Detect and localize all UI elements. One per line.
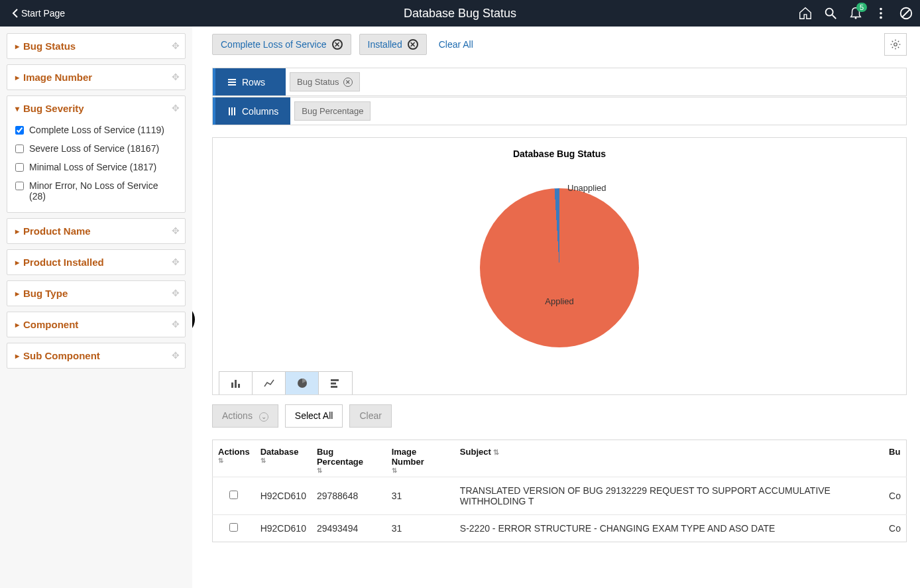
- cell-bug_percentage: 29788648: [312, 477, 386, 514]
- svg-rect-19: [238, 384, 240, 388]
- column-header[interactable]: Subject ⇅: [455, 440, 884, 477]
- facet-header[interactable]: ▸Product Installed: [15, 257, 177, 268]
- pivot-rows: Rows Bug Status ✕: [212, 68, 907, 96]
- cell-database: H92CD610: [255, 514, 312, 542]
- clear-button[interactable]: Clear: [349, 404, 391, 428]
- column-header[interactable]: Actions⇅: [213, 440, 255, 477]
- svg-line-7: [903, 10, 910, 17]
- facet-header[interactable]: ▸Image Number: [15, 72, 177, 83]
- filter-chip-row: Complete Loss of Service✕Installed✕ Clea…: [212, 33, 907, 56]
- facet-sub-component: ▸Sub Component✥: [7, 343, 186, 369]
- facet-checkbox[interactable]: [15, 145, 24, 153]
- chart-type-pie[interactable]: [286, 372, 319, 394]
- overflow-menu-icon[interactable]: [874, 6, 888, 21]
- facet-header[interactable]: ▸Component: [15, 319, 177, 330]
- row-checkbox[interactable]: [229, 523, 238, 532]
- cell-image_number: 31: [386, 514, 455, 542]
- facet-checkbox[interactable]: [15, 163, 24, 172]
- column-header[interactable]: Bug Percentage⇅: [312, 440, 386, 477]
- svg-point-5: [880, 17, 882, 19]
- svg-point-2: [855, 17, 857, 19]
- chart-type-hbar[interactable]: [319, 372, 352, 394]
- caret-right-icon: ▸: [15, 258, 19, 267]
- settings-button[interactable]: [884, 33, 907, 56]
- drag-handle-icon[interactable]: ✥: [172, 288, 180, 298]
- facet-item[interactable]: Complete Loss of Service (1119): [15, 121, 177, 139]
- facet-item[interactable]: Minor Error, No Loss of Service (28): [15, 176, 177, 206]
- facet-product-name: ▸Product Name✥: [7, 218, 186, 244]
- close-icon[interactable]: ✕: [332, 39, 343, 50]
- home-icon[interactable]: [798, 6, 813, 21]
- drag-handle-icon[interactable]: ✥: [172, 225, 180, 236]
- drag-handle-icon[interactable]: ✥: [172, 40, 180, 51]
- pivot-chip-bug-percentage[interactable]: Bug Percentage: [294, 101, 371, 121]
- search-icon[interactable]: [823, 6, 838, 21]
- pivot-rows-label[interactable]: Rows: [213, 68, 286, 95]
- chart-type-toolbar: [219, 371, 353, 394]
- facet-component: ▸Component✥: [7, 312, 186, 337]
- filter-chip[interactable]: Installed✕: [359, 34, 427, 55]
- caret-right-icon: ▸: [15, 289, 19, 298]
- cell-database: H92CD610: [255, 477, 312, 514]
- facet-header[interactable]: ▸Sub Component: [15, 350, 177, 361]
- column-header[interactable]: Database⇅: [255, 440, 312, 477]
- chart-title: Database Bug Status: [219, 148, 899, 159]
- column-header[interactable]: Image Number⇅: [386, 440, 455, 477]
- svg-rect-21: [331, 379, 339, 381]
- back-button[interactable]: Start Page: [7, 5, 70, 21]
- facet-header[interactable]: ▸Product Name: [15, 225, 177, 237]
- drag-handle-icon[interactable]: ✥: [172, 319, 180, 329]
- svg-line-1: [833, 15, 836, 19]
- facet-item[interactable]: Minimal Loss of Service (1817): [15, 158, 177, 176]
- caret-right-icon: ▸: [15, 351, 19, 361]
- pivot-columns: Columns Bug Percentage: [212, 97, 907, 125]
- svg-rect-18: [235, 380, 237, 388]
- facet-bug-severity: ▾Bug Severity✥Complete Loss of Service (…: [7, 95, 186, 213]
- drag-handle-icon[interactable]: ✥: [172, 350, 180, 361]
- caret-right-icon: ▸: [15, 73, 19, 82]
- facet-sidebar: ▸Bug Status✥▸Image Number✥▾Bug Severity✥…: [0, 27, 192, 588]
- column-header[interactable]: Bu: [884, 440, 906, 477]
- chevron-left-icon: [12, 9, 19, 18]
- sidebar-collapse-handle[interactable]: [192, 305, 195, 334]
- notifications-icon[interactable]: 5: [848, 6, 863, 21]
- svg-rect-23: [331, 386, 337, 388]
- sort-icon: ⇅: [260, 457, 306, 464]
- drag-handle-icon[interactable]: ✥: [172, 257, 180, 267]
- row-checkbox[interactable]: [229, 491, 238, 499]
- close-icon[interactable]: ✕: [408, 39, 418, 50]
- sort-icon: ⇅: [317, 467, 381, 474]
- cell-subject: S-2220 - ERROR STRUCTURE - CHANGING EXAM…: [455, 514, 884, 542]
- facet-checkbox[interactable]: [15, 126, 24, 135]
- block-icon[interactable]: [899, 6, 913, 21]
- filter-chip[interactable]: Complete Loss of Service✕: [212, 34, 351, 55]
- caret-right-icon: ▸: [15, 227, 19, 236]
- chart-type-bar[interactable]: [219, 372, 253, 394]
- select-all-button[interactable]: Select All: [285, 404, 343, 428]
- drag-handle-icon[interactable]: ✥: [172, 72, 180, 82]
- chart-type-line[interactable]: [253, 372, 286, 394]
- facet-item[interactable]: Severe Loss of Service (18167): [15, 139, 177, 158]
- facet-bug-status: ▸Bug Status✥: [7, 33, 186, 59]
- back-label: Start Page: [21, 8, 65, 19]
- drag-handle-icon[interactable]: ✥: [172, 103, 180, 113]
- facet-header[interactable]: ▸Bug Status: [15, 40, 177, 52]
- facet-checkbox[interactable]: [15, 182, 24, 190]
- facet-header[interactable]: ▾Bug Severity: [15, 103, 177, 114]
- sort-icon: ⇅: [491, 448, 499, 456]
- svg-point-3: [880, 8, 882, 11]
- table-row: H92CD6102978864831TRANSLATED VERSION OF …: [213, 477, 907, 514]
- svg-rect-22: [331, 382, 336, 384]
- cell-image_number: 31: [386, 477, 455, 514]
- pivot-columns-label[interactable]: Columns: [213, 97, 290, 125]
- pie-chart[interactable]: Unapplied Applied: [480, 188, 639, 347]
- actions-button[interactable]: Actions ⌄: [212, 404, 278, 428]
- facet-product-installed: ▸Product Installed✥: [7, 249, 186, 275]
- pie-label-applied: Applied: [545, 296, 573, 306]
- svg-point-0: [826, 9, 833, 16]
- clear-all-link[interactable]: Clear All: [439, 39, 473, 50]
- chevron-down-icon: ⌄: [259, 412, 268, 422]
- main-content: Complete Loss of Service✕Installed✕ Clea…: [192, 27, 920, 588]
- facet-header[interactable]: ▸Bug Type: [15, 288, 177, 299]
- pivot-chip-bug-status[interactable]: Bug Status ✕: [290, 72, 360, 91]
